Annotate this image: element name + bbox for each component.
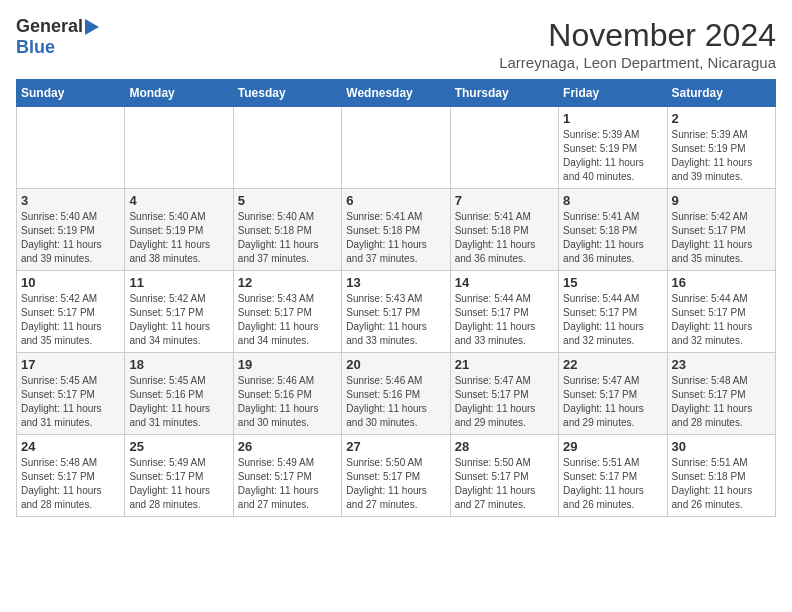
day-number: 8 (563, 193, 662, 208)
logo-blue: Blue (16, 37, 55, 57)
day-number: 7 (455, 193, 554, 208)
calendar-day-cell: 28Sunrise: 5:50 AM Sunset: 5:17 PM Dayli… (450, 435, 558, 517)
day-number: 21 (455, 357, 554, 372)
calendar-day-cell: 7Sunrise: 5:41 AM Sunset: 5:18 PM Daylig… (450, 189, 558, 271)
day-info: Sunrise: 5:41 AM Sunset: 5:18 PM Dayligh… (563, 210, 662, 266)
title-area: November 2024 Larreynaga, Leon Departmen… (499, 16, 776, 71)
day-info: Sunrise: 5:47 AM Sunset: 5:17 PM Dayligh… (455, 374, 554, 430)
calendar-day-cell: 16Sunrise: 5:44 AM Sunset: 5:17 PM Dayli… (667, 271, 775, 353)
calendar-day-cell: 9Sunrise: 5:42 AM Sunset: 5:17 PM Daylig… (667, 189, 775, 271)
calendar-day-cell: 12Sunrise: 5:43 AM Sunset: 5:17 PM Dayli… (233, 271, 341, 353)
day-info: Sunrise: 5:43 AM Sunset: 5:17 PM Dayligh… (238, 292, 337, 348)
day-info: Sunrise: 5:48 AM Sunset: 5:17 PM Dayligh… (21, 456, 120, 512)
day-info: Sunrise: 5:40 AM Sunset: 5:18 PM Dayligh… (238, 210, 337, 266)
day-number: 1 (563, 111, 662, 126)
day-info: Sunrise: 5:49 AM Sunset: 5:17 PM Dayligh… (238, 456, 337, 512)
day-number: 5 (238, 193, 337, 208)
calendar-day-cell: 14Sunrise: 5:44 AM Sunset: 5:17 PM Dayli… (450, 271, 558, 353)
calendar-day-cell: 10Sunrise: 5:42 AM Sunset: 5:17 PM Dayli… (17, 271, 125, 353)
day-number: 13 (346, 275, 445, 290)
day-number: 25 (129, 439, 228, 454)
calendar-day-cell: 18Sunrise: 5:45 AM Sunset: 5:16 PM Dayli… (125, 353, 233, 435)
day-number: 27 (346, 439, 445, 454)
day-number: 14 (455, 275, 554, 290)
day-info: Sunrise: 5:39 AM Sunset: 5:19 PM Dayligh… (563, 128, 662, 184)
day-info: Sunrise: 5:50 AM Sunset: 5:17 PM Dayligh… (455, 456, 554, 512)
calendar-day-cell: 26Sunrise: 5:49 AM Sunset: 5:17 PM Dayli… (233, 435, 341, 517)
page-header: General Blue November 2024 Larreynaga, L… (16, 16, 776, 71)
calendar-day-cell: 24Sunrise: 5:48 AM Sunset: 5:17 PM Dayli… (17, 435, 125, 517)
calendar-week-row: 24Sunrise: 5:48 AM Sunset: 5:17 PM Dayli… (17, 435, 776, 517)
calendar-day-cell (450, 107, 558, 189)
calendar-day-cell: 6Sunrise: 5:41 AM Sunset: 5:18 PM Daylig… (342, 189, 450, 271)
day-info: Sunrise: 5:51 AM Sunset: 5:18 PM Dayligh… (672, 456, 771, 512)
month-title: November 2024 (499, 16, 776, 54)
calendar-day-cell: 27Sunrise: 5:50 AM Sunset: 5:17 PM Dayli… (342, 435, 450, 517)
day-number: 17 (21, 357, 120, 372)
day-number: 4 (129, 193, 228, 208)
weekday-header-cell: Saturday (667, 80, 775, 107)
calendar-day-cell (17, 107, 125, 189)
day-info: Sunrise: 5:44 AM Sunset: 5:17 PM Dayligh… (455, 292, 554, 348)
day-info: Sunrise: 5:48 AM Sunset: 5:17 PM Dayligh… (672, 374, 771, 430)
calendar-day-cell: 8Sunrise: 5:41 AM Sunset: 5:18 PM Daylig… (559, 189, 667, 271)
calendar-day-cell: 29Sunrise: 5:51 AM Sunset: 5:17 PM Dayli… (559, 435, 667, 517)
calendar-day-cell: 11Sunrise: 5:42 AM Sunset: 5:17 PM Dayli… (125, 271, 233, 353)
day-info: Sunrise: 5:51 AM Sunset: 5:17 PM Dayligh… (563, 456, 662, 512)
day-number: 10 (21, 275, 120, 290)
logo-general: General (16, 16, 83, 37)
day-info: Sunrise: 5:40 AM Sunset: 5:19 PM Dayligh… (129, 210, 228, 266)
calendar-week-row: 17Sunrise: 5:45 AM Sunset: 5:17 PM Dayli… (17, 353, 776, 435)
calendar-week-row: 1Sunrise: 5:39 AM Sunset: 5:19 PM Daylig… (17, 107, 776, 189)
calendar-day-cell (125, 107, 233, 189)
day-number: 19 (238, 357, 337, 372)
calendar-day-cell: 21Sunrise: 5:47 AM Sunset: 5:17 PM Dayli… (450, 353, 558, 435)
weekday-header-cell: Wednesday (342, 80, 450, 107)
day-number: 28 (455, 439, 554, 454)
logo: General Blue (16, 16, 99, 58)
day-info: Sunrise: 5:42 AM Sunset: 5:17 PM Dayligh… (21, 292, 120, 348)
weekday-header-cell: Sunday (17, 80, 125, 107)
calendar-day-cell: 2Sunrise: 5:39 AM Sunset: 5:19 PM Daylig… (667, 107, 775, 189)
calendar-day-cell: 19Sunrise: 5:46 AM Sunset: 5:16 PM Dayli… (233, 353, 341, 435)
weekday-header-cell: Monday (125, 80, 233, 107)
day-info: Sunrise: 5:46 AM Sunset: 5:16 PM Dayligh… (238, 374, 337, 430)
weekday-header-cell: Thursday (450, 80, 558, 107)
day-info: Sunrise: 5:41 AM Sunset: 5:18 PM Dayligh… (455, 210, 554, 266)
weekday-header-cell: Friday (559, 80, 667, 107)
day-info: Sunrise: 5:41 AM Sunset: 5:18 PM Dayligh… (346, 210, 445, 266)
calendar-day-cell: 20Sunrise: 5:46 AM Sunset: 5:16 PM Dayli… (342, 353, 450, 435)
calendar-day-cell: 23Sunrise: 5:48 AM Sunset: 5:17 PM Dayli… (667, 353, 775, 435)
calendar-week-row: 10Sunrise: 5:42 AM Sunset: 5:17 PM Dayli… (17, 271, 776, 353)
calendar-day-cell (233, 107, 341, 189)
location-title: Larreynaga, Leon Department, Nicaragua (499, 54, 776, 71)
calendar-day-cell: 5Sunrise: 5:40 AM Sunset: 5:18 PM Daylig… (233, 189, 341, 271)
day-info: Sunrise: 5:45 AM Sunset: 5:16 PM Dayligh… (129, 374, 228, 430)
calendar-week-row: 3Sunrise: 5:40 AM Sunset: 5:19 PM Daylig… (17, 189, 776, 271)
calendar-day-cell: 17Sunrise: 5:45 AM Sunset: 5:17 PM Dayli… (17, 353, 125, 435)
day-number: 2 (672, 111, 771, 126)
day-info: Sunrise: 5:42 AM Sunset: 5:17 PM Dayligh… (672, 210, 771, 266)
calendar-day-cell: 22Sunrise: 5:47 AM Sunset: 5:17 PM Dayli… (559, 353, 667, 435)
day-number: 11 (129, 275, 228, 290)
day-number: 3 (21, 193, 120, 208)
day-info: Sunrise: 5:44 AM Sunset: 5:17 PM Dayligh… (563, 292, 662, 348)
weekday-header-cell: Tuesday (233, 80, 341, 107)
logo-arrow-icon (85, 19, 99, 35)
calendar-day-cell: 1Sunrise: 5:39 AM Sunset: 5:19 PM Daylig… (559, 107, 667, 189)
day-info: Sunrise: 5:45 AM Sunset: 5:17 PM Dayligh… (21, 374, 120, 430)
day-number: 18 (129, 357, 228, 372)
day-number: 30 (672, 439, 771, 454)
day-info: Sunrise: 5:42 AM Sunset: 5:17 PM Dayligh… (129, 292, 228, 348)
calendar-day-cell: 15Sunrise: 5:44 AM Sunset: 5:17 PM Dayli… (559, 271, 667, 353)
day-number: 16 (672, 275, 771, 290)
calendar-table: SundayMondayTuesdayWednesdayThursdayFrid… (16, 79, 776, 517)
day-number: 26 (238, 439, 337, 454)
day-info: Sunrise: 5:50 AM Sunset: 5:17 PM Dayligh… (346, 456, 445, 512)
day-number: 23 (672, 357, 771, 372)
day-number: 20 (346, 357, 445, 372)
day-number: 9 (672, 193, 771, 208)
day-info: Sunrise: 5:49 AM Sunset: 5:17 PM Dayligh… (129, 456, 228, 512)
day-info: Sunrise: 5:40 AM Sunset: 5:19 PM Dayligh… (21, 210, 120, 266)
day-info: Sunrise: 5:47 AM Sunset: 5:17 PM Dayligh… (563, 374, 662, 430)
